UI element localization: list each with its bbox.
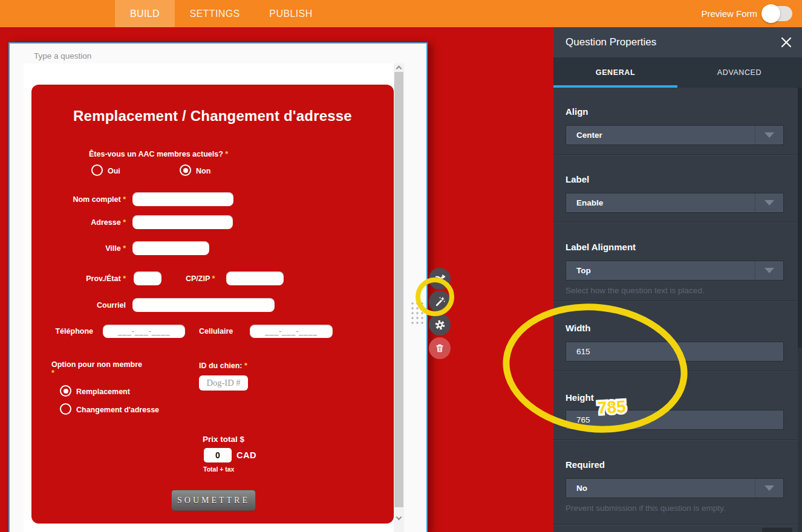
chevron-down-icon	[765, 268, 774, 273]
prov-etat-input[interactable]	[134, 271, 161, 285]
section-divider	[553, 524, 802, 525]
courriel-label: Courriel	[31, 301, 126, 310]
width-input[interactable]: 615	[566, 342, 784, 362]
preview-form-toggle[interactable]	[763, 6, 792, 21]
label-alignment-label: Label Alignment	[566, 242, 636, 252]
required-helper: Prevent submission if this question is e…	[566, 504, 726, 513]
trash-icon	[434, 343, 445, 354]
selected-question-box[interactable]: Type a question Remplacement / Changemen…	[8, 42, 428, 532]
question-properties-panel: Question Properties GENERAL ADVANCED Ali…	[553, 27, 802, 532]
telephone-label: Téléphone	[31, 327, 93, 336]
properties-gear-button[interactable]	[429, 314, 451, 336]
dog-id-input[interactable]: Dog-ID #	[199, 375, 248, 391]
ville-input[interactable]	[132, 241, 209, 255]
adresse-label: Adresse *	[31, 218, 126, 227]
widget-preview-frame: Remplacement / Changement d'adresse Êtes…	[24, 63, 404, 532]
member-question-label: Êtes-vous un AAC membres actuels? *	[89, 150, 228, 158]
chevron-down-icon	[765, 132, 774, 138]
panel-title: Question Properties	[566, 36, 656, 48]
height-label: Height	[566, 392, 594, 403]
soumettre-button[interactable]: SOUMETTRE	[171, 490, 256, 511]
nom-complet-input[interactable]	[132, 192, 233, 206]
drag-handle-icon[interactable]	[410, 301, 423, 324]
nom-complet-label: Nom complet *	[31, 195, 126, 204]
radio-non-label[interactable]: Non	[196, 167, 210, 175]
adresse-input[interactable]	[132, 215, 233, 229]
tab-settings[interactable]: SETTINGS	[175, 0, 255, 27]
prov-etat-label: Prov./État *	[31, 274, 126, 283]
required-label: Required	[566, 459, 605, 470]
label-label: Label	[566, 174, 589, 184]
scroll-up-icon[interactable]	[396, 66, 402, 72]
next-section-partial	[762, 528, 792, 532]
active-tab-underline	[553, 85, 677, 88]
prix-total-input[interactable]: 0	[204, 448, 232, 462]
chevron-down-icon	[765, 200, 774, 206]
scroll-down-icon[interactable]	[396, 514, 402, 521]
tab-build[interactable]: BUILD	[115, 0, 175, 27]
align-dropdown[interactable]: Center	[566, 125, 784, 145]
cellulaire-label: Cellulaire	[199, 327, 233, 336]
telephone-input[interactable]: ___-___-____	[103, 325, 185, 338]
radio-changement-label[interactable]: Changement d'adresse	[76, 406, 159, 414]
magic-wand-icon	[434, 296, 446, 308]
delete-button[interactable]	[429, 337, 451, 359]
panel-scrollbar[interactable]	[798, 88, 802, 532]
panel-header: Question Properties	[553, 27, 802, 57]
top-navigation-bar: BUILD SETTINGS PUBLISH Preview Form	[0, 0, 802, 27]
option-question-label: Option pour non membre*	[51, 360, 160, 377]
panel-scrollbar-thumb[interactable]	[798, 88, 802, 348]
section-divider	[553, 154, 802, 155]
tab-general[interactable]: GENERAL	[553, 57, 677, 88]
cellulaire-input[interactable]: ___-___-____	[250, 325, 333, 338]
label-alignment-dropdown[interactable]: Top	[566, 261, 784, 281]
shuffle-button[interactable]	[429, 268, 451, 290]
courriel-input[interactable]	[132, 298, 275, 312]
chevron-down-icon	[765, 485, 774, 491]
height-input[interactable]: 765	[566, 410, 784, 430]
radio-non[interactable]	[180, 164, 191, 176]
prix-total-label: Prix total $	[203, 435, 244, 444]
section-divider	[553, 440, 802, 441]
section-divider	[553, 371, 802, 372]
scrollbar-thumb[interactable]	[394, 72, 403, 507]
total-tax-note: Total + tax	[203, 465, 234, 473]
preview-scrollbar[interactable]	[394, 63, 404, 532]
tab-publish[interactable]: PUBLISH	[255, 0, 327, 27]
shuffle-icon	[434, 273, 446, 285]
label-alignment-helper: Select how the question text is placed.	[566, 286, 705, 295]
magic-wand-button[interactable]	[429, 291, 451, 313]
ville-label: Ville *	[31, 244, 126, 253]
preview-form-label: Preview Form	[701, 8, 757, 19]
radio-remplacement-label[interactable]: Remplacement	[76, 388, 130, 396]
currency-label: CAD	[236, 450, 256, 460]
cp-zip-label: CP/ZIP *	[186, 274, 215, 283]
gear-icon	[434, 319, 446, 331]
align-label: Align	[566, 106, 588, 117]
form-canvas: Type a question Remplacement / Changemen…	[0, 27, 555, 532]
radio-oui[interactable]	[91, 164, 103, 176]
cp-zip-input[interactable]	[226, 271, 284, 285]
section-divider	[553, 222, 802, 223]
dog-id-label: ID du chien: *	[199, 362, 247, 370]
required-dropdown[interactable]: No	[566, 478, 784, 498]
radio-oui-label[interactable]: Oui	[108, 167, 120, 175]
radio-remplacement[interactable]	[60, 385, 71, 397]
width-label: Width	[566, 323, 591, 333]
close-icon[interactable]	[779, 35, 794, 50]
toggle-knob[interactable]	[761, 4, 780, 23]
form-preview-card: Remplacement / Changement d'adresse Êtes…	[31, 85, 394, 524]
type-a-question-hint[interactable]: Type a question	[34, 51, 91, 60]
form-title: Remplacement / Changement d'adresse	[31, 108, 394, 125]
form-builder-screen: BUILD SETTINGS PUBLISH Preview Form Type…	[0, 0, 802, 532]
radio-changement[interactable]	[60, 403, 71, 415]
tab-advanced[interactable]: ADVANCED	[677, 57, 801, 88]
label-dropdown[interactable]: Enable	[566, 193, 784, 213]
section-divider	[553, 300, 802, 302]
panel-tabs: GENERAL ADVANCED	[553, 57, 802, 88]
